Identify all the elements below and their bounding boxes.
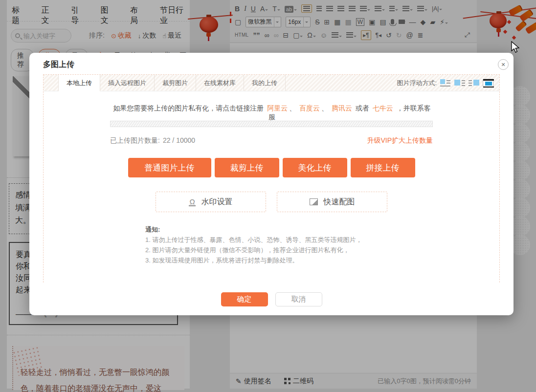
uploaded-count-label: 已上传图片数量: xyxy=(110,136,160,145)
upload-buttons-row: 普通图片上传 裁剪上传 美化上传 拼接上传 xyxy=(44,158,499,177)
stamp-icon: Ω xyxy=(189,198,195,206)
float-right-wrap-icon[interactable] xyxy=(469,79,479,87)
tab-local-upload[interactable]: 本地上传 xyxy=(58,75,100,91)
vip-upgrade-link[interactable]: 升级VIP扩大上传数量 xyxy=(367,136,433,145)
dialog-title: 多图上传 xyxy=(43,60,74,70)
picture-icon xyxy=(310,198,318,205)
tab-my-uploads[interactable]: 我的上传 xyxy=(244,75,286,91)
local-upload-panel: 如果您需要将上传的图片私有化，请点击链接注册 阿里云、 百度云、 腾讯云 或者 … xyxy=(44,91,499,283)
float-left-wrap-icon[interactable] xyxy=(454,79,465,87)
notice-item: 3. 如发现违规使用图片，系统将进行封禁与删除处理。 xyxy=(145,255,458,265)
float-left-icon[interactable] xyxy=(440,79,451,87)
aliyun-link[interactable]: 阿里云 xyxy=(267,104,288,112)
tencentyun-link[interactable]: 腾讯云 xyxy=(332,104,352,112)
privatize-intro-text: 如果您需要将上传的图片私有化，请点击链接注册 阿里云、 百度云、 腾讯云 或者 … xyxy=(110,104,434,122)
tool-buttons-row: Ω 水印设置 快速配图 xyxy=(44,192,499,212)
beautify-upload-button[interactable]: 美化上传 xyxy=(283,158,347,177)
stitch-upload-button[interactable]: 拼接上传 xyxy=(351,158,415,177)
notice-item: 1. 请勿上传过于性感、暴露、色情、小说、恐怖、诱导、黑五类等违规图片， xyxy=(145,235,458,245)
screen: 标题 正文 引导 图文 布局 节日行业 排序: ⊙ 收藏 ↓ 次数 ☝ 最近 xyxy=(0,0,536,392)
dialog-body: 本地上传 插入远程图片 裁剪图片 在线素材库 我的上传 图片浮动方式: xyxy=(43,74,500,283)
cancel-button[interactable]: 取消 xyxy=(275,292,322,306)
tab-online-library[interactable]: 在线素材库 xyxy=(196,75,244,91)
mouse-cursor xyxy=(510,41,521,54)
image-float-mode-group: 图片浮动方式: xyxy=(397,75,499,91)
normal-upload-button[interactable]: 普通图片上传 xyxy=(128,158,211,177)
notice-item: 2. 图片请勿大量外链使用（微信不受影响），推荐企业进行图片私有化， xyxy=(145,245,458,255)
notice-title: 通知: xyxy=(145,224,458,235)
close-icon[interactable]: × xyxy=(498,59,509,70)
upload-progress-bar xyxy=(110,121,433,127)
upload-tabs: 本地上传 插入远程图片 裁剪图片 在线素材库 我的上传 图片浮动方式: xyxy=(44,75,499,91)
tab-remote-image[interactable]: 插入远程图片 xyxy=(100,75,155,91)
float-mode-label: 图片浮动方式: xyxy=(397,79,437,87)
tab-crop-image[interactable]: 裁剪图片 xyxy=(155,75,196,91)
uploaded-count-value: 22 / 10000 xyxy=(163,136,195,145)
upload-count-row: 已上传图片数量: 22 / 10000 升级VIP扩大上传数量 xyxy=(110,136,433,145)
watermark-settings-button[interactable]: Ω 水印设置 xyxy=(156,192,266,212)
confirm-button[interactable]: 确定 xyxy=(221,292,268,306)
multi-image-upload-dialog: 多图上传 × 本地上传 插入远程图片 裁剪图片 在线素材库 我的上传 图片浮动方… xyxy=(29,53,514,315)
crop-upload-button[interactable]: 裁剪上传 xyxy=(215,158,279,177)
qiniuyun-link[interactable]: 七牛云 xyxy=(373,104,393,112)
quick-image-button[interactable]: 快速配图 xyxy=(277,192,387,212)
float-center-block-icon[interactable] xyxy=(483,79,493,87)
upload-notice: 通知: 1. 请勿上传过于性感、暴露、色情、小说、恐怖、诱导、黑五类等违规图片，… xyxy=(145,224,458,265)
dialog-footer: 确定 取消 xyxy=(29,292,514,306)
baiduyun-link[interactable]: 百度云 xyxy=(299,104,320,112)
